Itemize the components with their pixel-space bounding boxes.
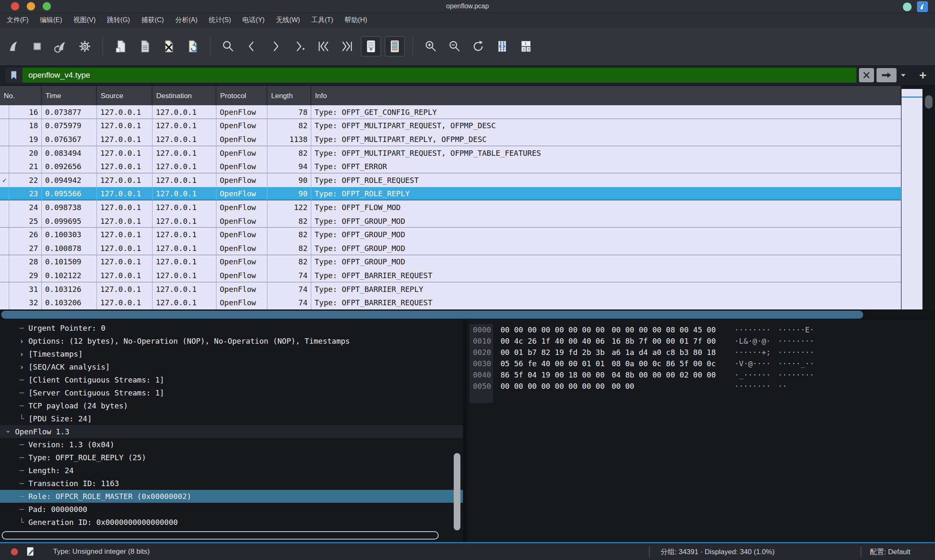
- packet-list-minimap[interactable]: [901, 89, 923, 309]
- open-capture-file-button[interactable]: [111, 36, 131, 56]
- go-last-packet-button[interactable]: [337, 36, 357, 56]
- packet-row-26[interactable]: 260.100303127.0.0.1127.0.0.1OpenFlow82Ty…: [0, 228, 901, 241]
- zoom-out-button[interactable]: [445, 36, 465, 56]
- menu-item-9[interactable]: 工具(T): [311, 16, 333, 25]
- packet-row-24[interactable]: 240.098738127.0.0.1127.0.0.1OpenFlow122T…: [0, 200, 901, 214]
- detail-row[interactable]: ─TCP payload (24 bytes): [0, 399, 463, 412]
- packet-list-hscrollbar-thumb[interactable]: [1, 311, 863, 319]
- packet-list-scrollbar-thumb[interactable]: [925, 95, 932, 109]
- cell-time: 0.103126: [42, 282, 97, 296]
- chevron-right-icon[interactable]: ›: [17, 350, 27, 358]
- packet-row-23[interactable]: 230.095566127.0.0.1127.0.0.1OpenFlow90Ty…: [0, 187, 901, 201]
- detail-row[interactable]: ›Options: (12 bytes), No-Operation (NOP)…: [0, 334, 463, 347]
- hex-row[interactable]: 000000 00 00 00 00 00 00 0000 00 00 00 0…: [467, 324, 935, 335]
- packet-row-29[interactable]: 290.102122127.0.0.1127.0.0.1OpenFlow74Ty…: [0, 269, 901, 282]
- hex-row[interactable]: 002000 01 b7 82 19 fd 2b 3ba6 1a d4 a0 c…: [467, 347, 935, 358]
- restart-capture-button[interactable]: [51, 36, 71, 56]
- start-capture-button[interactable]: [3, 36, 23, 56]
- detail-row[interactable]: ─Urgent Pointer: 0: [0, 322, 463, 334]
- go-first-packet-button[interactable]: [313, 36, 333, 56]
- filter-add-button[interactable]: +: [916, 68, 930, 82]
- menu-item-1[interactable]: 编辑(E): [40, 16, 62, 25]
- column-header-info[interactable]: Info: [311, 86, 901, 106]
- find-packet-button[interactable]: [218, 36, 238, 56]
- detail-row[interactable]: ›[SEQ/ACK analysis]: [0, 360, 463, 373]
- column-header-source[interactable]: Source: [97, 86, 152, 106]
- packet-row-18[interactable]: 180.075979127.0.0.1127.0.0.1OpenFlow82Ty…: [0, 119, 901, 133]
- menu-item-0[interactable]: 文件(F): [7, 16, 28, 25]
- menu-item-8[interactable]: 无线(W): [276, 16, 300, 25]
- pane-splitter[interactable]: [463, 320, 467, 542]
- go-to-packet-button[interactable]: [290, 36, 310, 56]
- column-header-no[interactable]: No.: [0, 86, 42, 106]
- stop-capture-button[interactable]: [27, 36, 47, 56]
- column-header-length[interactable]: Length: [267, 86, 311, 106]
- packet-list-hscrollbar[interactable]: [0, 309, 935, 320]
- hex-row[interactable]: 005000 00 00 00 00 00 00 0000 00········…: [467, 380, 935, 392]
- capture-options-button[interactable]: [75, 36, 95, 56]
- packet-row-19[interactable]: 190.076367127.0.0.1127.0.0.1OpenFlow1138…: [0, 132, 901, 146]
- hex-row[interactable]: 003005 56 fe 40 00 00 01 0108 0a 00 0c 8…: [467, 358, 935, 369]
- detail-pane-hscrollbar[interactable]: [2, 531, 439, 540]
- detail-row[interactable]: ─[Client Contiguous Streams: 1]: [0, 373, 463, 386]
- detail-row[interactable]: ─Version: 1.3 (0x04): [0, 438, 463, 451]
- go-back-button[interactable]: [242, 36, 262, 56]
- packet-row-20[interactable]: 200.083494127.0.0.1127.0.0.1OpenFlow82Ty…: [0, 146, 901, 160]
- detail-row[interactable]: └Generation ID: 0x0000000000000000: [0, 516, 463, 529]
- detail-row[interactable]: ─Pad: 00000000: [0, 503, 463, 516]
- packet-row-22[interactable]: ✓220.094942127.0.0.1127.0.0.1OpenFlow90T…: [0, 173, 901, 187]
- chevron-down-icon[interactable]: ›: [4, 427, 13, 437]
- column-header-time[interactable]: Time: [42, 86, 97, 106]
- go-forward-button[interactable]: [266, 36, 286, 56]
- menu-item-6[interactable]: 统计(S): [209, 16, 231, 25]
- hex-row[interactable]: 004086 5f 04 19 00 18 00 0004 8b 00 00 0…: [467, 369, 935, 380]
- filter-clear-button[interactable]: [859, 68, 874, 82]
- hex-row[interactable]: 001000 4c 26 1f 40 00 40 0616 8b 7f 00 0…: [467, 335, 935, 347]
- column-header-protocol[interactable]: Protocol: [216, 86, 267, 106]
- menu-item-3[interactable]: 跳转(G): [107, 16, 130, 25]
- layout-123-button[interactable]: 123: [516, 36, 536, 56]
- packet-row-25[interactable]: 250.099695127.0.0.1127.0.0.1OpenFlow82Ty…: [0, 214, 901, 228]
- display-filter-input[interactable]: openflow_v4.type: [23, 68, 856, 83]
- detail-row[interactable]: └[PDU Size: 24]: [0, 412, 463, 425]
- menu-item-5[interactable]: 分析(A): [175, 16, 197, 25]
- menu-item-10[interactable]: 帮助(H): [345, 16, 367, 25]
- capture-comment-icon[interactable]: [25, 546, 36, 557]
- detail-pane-vscrollbar-thumb[interactable]: [454, 453, 460, 530]
- detail-row[interactable]: ›OpenFlow 1.3: [0, 425, 463, 438]
- expert-info-icon[interactable]: [11, 548, 18, 555]
- detail-row[interactable]: ─Type: OFPT_ROLE_REPLY (25): [0, 451, 463, 464]
- packet-row-27[interactable]: 270.100878127.0.0.1127.0.0.1OpenFlow82Ty…: [0, 241, 901, 255]
- auto-scroll-toggle-button[interactable]: [361, 36, 381, 56]
- reload-capture-file-button[interactable]: [182, 36, 202, 56]
- menu-item-4[interactable]: 捕获(C): [141, 16, 164, 25]
- packet-row-28[interactable]: 280.101509127.0.0.1127.0.0.1OpenFlow82Ty…: [0, 255, 901, 269]
- colorize-toggle-button[interactable]: [385, 36, 405, 56]
- hex-row[interactable]: [467, 392, 935, 403]
- detail-row[interactable]: ─[Server Contiguous Streams: 1]: [0, 386, 463, 399]
- chevron-right-icon[interactable]: ›: [17, 362, 27, 371]
- chevron-right-icon[interactable]: ›: [17, 337, 27, 345]
- resize-columns-button[interactable]: [492, 36, 512, 56]
- filter-apply-button[interactable]: [877, 68, 897, 82]
- column-header-destination[interactable]: Destination: [152, 86, 216, 106]
- filter-dropdown-button[interactable]: [898, 68, 908, 82]
- detail-row[interactable]: ─Transaction ID: 1163: [0, 477, 463, 490]
- save-capture-file-button[interactable]: [135, 36, 155, 56]
- close-capture-file-button[interactable]: [158, 36, 178, 56]
- double-chevron-first-icon: [316, 39, 330, 53]
- detail-row[interactable]: ›[Timestamps]: [0, 347, 463, 360]
- menu-item-2[interactable]: 视图(V): [74, 16, 96, 25]
- detail-row[interactable]: ─Length: 24: [0, 464, 463, 477]
- filter-bookmark-button[interactable]: [5, 68, 23, 83]
- profile-status[interactable]: 配置: Default: [861, 547, 935, 557]
- packet-row-21[interactable]: 210.092656127.0.0.1127.0.0.1OpenFlow94Ty…: [0, 160, 901, 173]
- zoom-reset-button[interactable]: [468, 36, 488, 56]
- packet-row-31[interactable]: 310.103126127.0.0.1127.0.0.1OpenFlow74Ty…: [0, 282, 901, 296]
- packet-row-16[interactable]: 160.073877127.0.0.1127.0.0.1OpenFlow78Ty…: [0, 105, 901, 119]
- zoom-in-button[interactable]: [421, 36, 441, 56]
- menu-item-7[interactable]: 电话(Y): [242, 16, 264, 25]
- detail-row[interactable]: ─Role: OFPCR_ROLE_MASTER (0x00000002): [0, 490, 463, 503]
- packet-list-scrollbar[interactable]: [922, 85, 935, 309]
- packet-row-32[interactable]: 320.103206127.0.0.1127.0.0.1OpenFlow74Ty…: [0, 296, 901, 309]
